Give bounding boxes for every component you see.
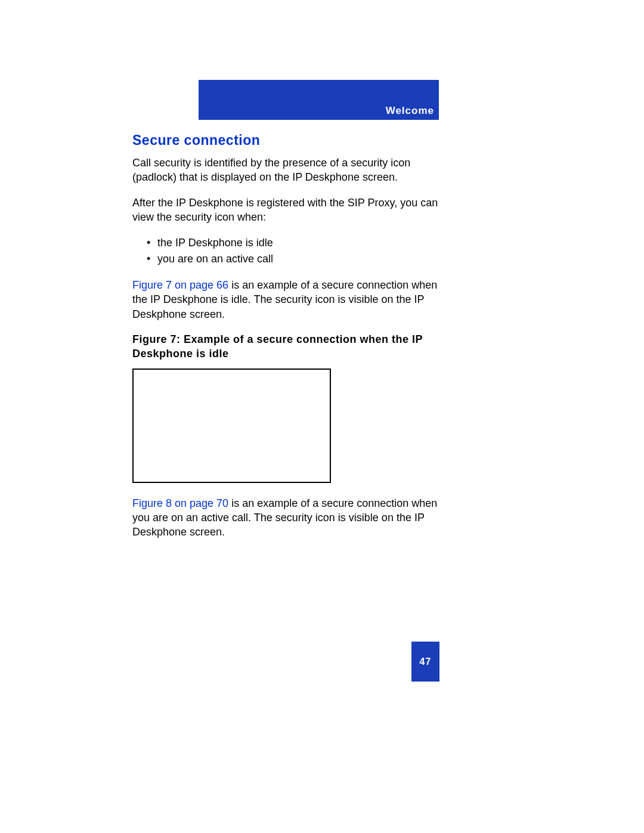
- section-title: Secure connection: [132, 132, 440, 148]
- figure-7-placeholder: [132, 368, 331, 483]
- page-number: 47: [420, 657, 432, 667]
- figure-7-caption: Figure 7: Example of a secure connection…: [132, 332, 440, 361]
- paragraph-3: Figure 7 on page 66 is an example of a s…: [132, 278, 440, 321]
- bullet-list: the IP Deskphone is idle you are on an a…: [132, 235, 440, 267]
- page-number-box: 47: [411, 642, 439, 682]
- list-item: you are on an active call: [147, 251, 440, 267]
- figure-8-link[interactable]: Figure 8 on page 70: [132, 497, 228, 509]
- page-content: Secure connection Call security is ident…: [132, 132, 440, 550]
- paragraph-2: After the IP Deskphone is registered wit…: [132, 196, 440, 225]
- figure-7-link[interactable]: Figure 7 on page 66: [132, 279, 228, 291]
- paragraph-1: Call security is identified by the prese…: [132, 156, 440, 185]
- list-item: the IP Deskphone is idle: [147, 235, 440, 251]
- header-section-label: Welcome: [386, 105, 434, 117]
- paragraph-4: Figure 8 on page 70 is an example of a s…: [132, 496, 440, 540]
